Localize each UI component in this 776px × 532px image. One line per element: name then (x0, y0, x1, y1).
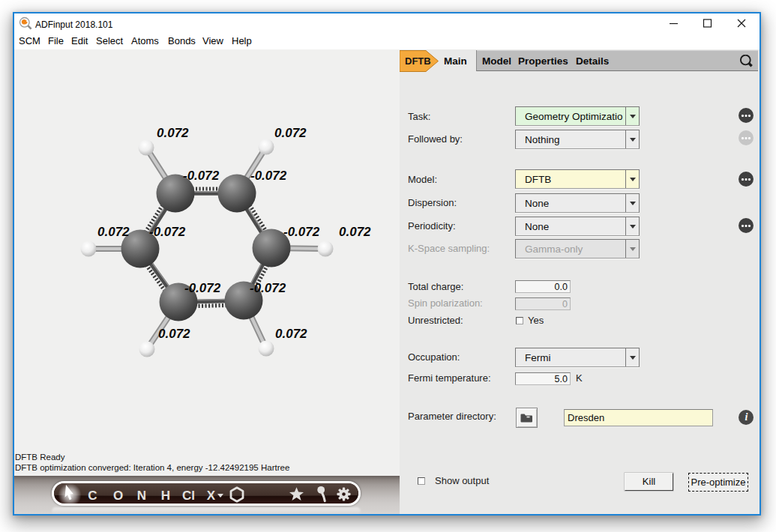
svg-text:0.072: 0.072 (157, 126, 189, 140)
svg-text:0.072: 0.072 (158, 327, 190, 341)
svg-text:0.072: 0.072 (275, 327, 307, 341)
svg-text:0.072: 0.072 (274, 126, 307, 140)
svg-text:0.072: 0.072 (339, 225, 371, 239)
svg-text:-0.072: -0.072 (149, 225, 186, 239)
svg-text:0.072: 0.072 (97, 225, 130, 239)
svg-text:-0.072: -0.072 (184, 281, 221, 295)
svg-text:-0.072: -0.072 (250, 169, 287, 183)
svg-text:-0.072: -0.072 (283, 225, 320, 239)
svg-text:-0.072: -0.072 (250, 281, 286, 295)
svg-text:-0.072: -0.072 (183, 169, 220, 183)
